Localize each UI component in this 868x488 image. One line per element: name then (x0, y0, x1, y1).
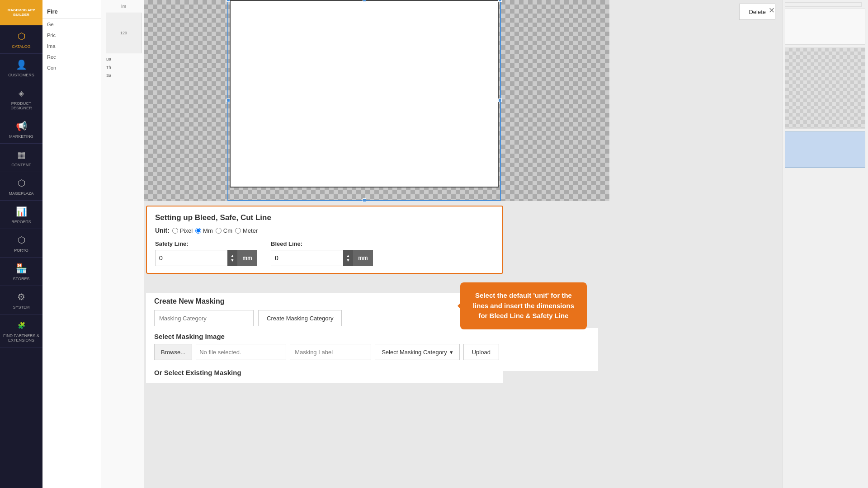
masking-image-title: Select Masking Image (154, 333, 590, 340)
find-partners-icon: 🧩 (15, 319, 28, 332)
left-panel: Fire Ge Pric Ima Rec Con (42, 0, 101, 488)
chevron-down-icon: ▾ (450, 349, 453, 356)
left-section-con[interactable]: Con (42, 62, 101, 73)
settings-panel: Setting up Bleed, Safe, Cut Line Unit: P… (146, 206, 503, 274)
canvas-checker (144, 0, 609, 201)
catalog-icon: ⬡ (15, 30, 28, 42)
tooltip-bubble: Select the default 'unit' for the lines … (460, 282, 587, 329)
create-masking-title: Create New Masking (154, 297, 495, 305)
unit-mm-label[interactable]: Mm (195, 227, 213, 234)
sidebar-item-product-designer[interactable]: ◈ PRODUCT DESIGNER (0, 82, 42, 115)
app-logo: MAGEMOB APP BUILDER (0, 0, 42, 25)
create-masking-button[interactable]: Create Masking Category (258, 310, 342, 326)
sidebar-item-porto[interactable]: ⬡ PORTO (0, 229, 42, 258)
safety-line-input-wrap: ▲▼ mm (155, 250, 257, 266)
sidebar-item-marketing-label: MARKETING (9, 134, 33, 139)
unit-cm-text: Cm (223, 227, 232, 234)
product-designer-icon: ◈ (15, 87, 28, 99)
sidebar-item-catalog[interactable]: ⬡ CATALOG (0, 25, 42, 54)
sidebar-item-content-label: CONTENT (11, 163, 31, 167)
sidebar-item-product-designer-label: PRODUCT DESIGNER (2, 101, 40, 110)
unit-cm-label[interactable]: Cm (216, 227, 232, 234)
right-card-blue (785, 131, 865, 168)
bleed-line-group: Bleed Line: ▲▼ mm (271, 240, 373, 266)
safety-line-unit: mm (237, 250, 257, 266)
sidebar-item-find-partners-label: FIND PARTNERS & EXTENSIONS (2, 333, 40, 343)
panel-ba: Ba (104, 55, 144, 63)
sidebar-item-customers[interactable]: 👤 CUSTOMERS (0, 54, 42, 82)
settings-title: Setting up Bleed, Safe, Cut Line (155, 213, 494, 222)
breadcrumb: Fire (42, 5, 101, 19)
sidebar-item-stores-label: STORES (13, 277, 30, 281)
sidebar-item-customers-label: CUSTOMERS (8, 73, 34, 77)
app-name: MAGEMOB APP BUILDER (0, 8, 42, 18)
unit-pixel-label[interactable]: Pixel (172, 227, 193, 234)
unit-mm-text: Mm (203, 227, 213, 234)
bleed-line-label: Bleed Line: (271, 240, 373, 247)
sidebar-item-stores[interactable]: 🏪 STORES (0, 258, 42, 286)
canvas-right-panel (782, 0, 868, 488)
sidebar-item-content[interactable]: ▦ CONTENT (0, 144, 42, 172)
sidebar-item-find-partners[interactable]: 🧩 FIND PARTNERS & EXTENSIONS (0, 314, 42, 347)
bleed-line-input-wrap: ▲▼ mm (271, 250, 373, 266)
bleed-line-input[interactable] (271, 250, 343, 266)
product-panel: Im 120 Ba Th Sa (101, 0, 146, 488)
masking-label-input[interactable] (290, 344, 371, 360)
content-icon: ▦ (15, 148, 28, 161)
bleed-line-spinner[interactable]: ▲▼ (343, 250, 353, 266)
unit-pixel-radio[interactable] (172, 228, 178, 234)
thumbnail-item[interactable]: 120 (106, 13, 142, 53)
sidebar-item-marketing[interactable]: 📢 MARKETING (0, 115, 42, 144)
unit-meter-label[interactable]: Meter (235, 227, 258, 234)
unit-pixel-text: Pixel (180, 227, 193, 234)
safety-line-label: Safety Line: (155, 240, 257, 247)
browse-button[interactable]: Browse... (154, 344, 192, 360)
unit-row: Unit: Pixel Mm Cm Meter (155, 227, 494, 234)
select-masking-category-button[interactable]: Select Masking Category ▾ (375, 344, 460, 360)
safety-line-spinner[interactable]: ▲▼ (227, 250, 237, 266)
panel-sa: Sa (104, 71, 144, 80)
masking-category-input[interactable] (154, 310, 254, 326)
create-masking-row: Create Masking Category (154, 310, 495, 326)
safety-line-input[interactable] (155, 250, 227, 266)
sidebar-item-reports[interactable]: 📊 REPORTS (0, 201, 42, 229)
mageplaza-icon: ⬡ (15, 177, 28, 189)
thumb-label: 120 (120, 31, 127, 35)
customers-icon: 👤 (15, 58, 28, 71)
handle-bc[interactable] (363, 198, 366, 202)
main-content: Fire Ge Pric Ima Rec Con Im 120 Ba Th Sa (42, 0, 868, 488)
upload-button[interactable]: Upload (463, 344, 499, 360)
sidebar-item-system[interactable]: ⚙ SYSTEM (0, 286, 42, 314)
stores-icon: 🏪 (15, 262, 28, 275)
sidebar-item-catalog-label: CATALOG (12, 44, 31, 49)
product-panel-header: Im (104, 2, 144, 11)
sidebar-item-reports-label: REPORTS (11, 220, 31, 224)
canvas-white-area (230, 0, 499, 188)
no-file-text: No file selected. (196, 344, 286, 360)
marketing-icon: 📢 (15, 120, 28, 132)
unit-meter-text: Meter (243, 227, 258, 234)
close-button[interactable]: × (764, 2, 780, 19)
safety-line-group: Safety Line: ▲▼ mm (155, 240, 257, 266)
unit-meter-radio[interactable] (235, 228, 241, 234)
right-card-checker (785, 47, 865, 129)
handle-tr[interactable] (498, 0, 502, 2)
bleed-line-unit: mm (353, 250, 373, 266)
unit-cm-radio[interactable] (216, 228, 222, 234)
right-card-top (785, 2, 862, 7)
or-select-masking-title: Or Select Existing Masking (154, 369, 495, 376)
lines-row: Safety Line: ▲▼ mm Bleed Line: ▲▼ (155, 240, 494, 266)
handle-mr[interactable] (498, 99, 502, 102)
unit-mm-radio[interactable] (195, 228, 201, 234)
left-section-rec[interactable]: Rec (42, 52, 101, 62)
sidebar-item-mageplaza-label: MAGEPLAZA (9, 191, 33, 196)
sidebar: MAGEMOB APP BUILDER ⬡ CATALOG 👤 CUSTOMER… (0, 0, 42, 488)
left-section-image[interactable]: Ima (42, 41, 101, 52)
left-section-price[interactable]: Pric (42, 30, 101, 41)
sidebar-item-system-label: SYSTEM (13, 305, 29, 310)
sidebar-item-mageplaza[interactable]: ⬡ MAGEPLAZA (0, 172, 42, 201)
sidebar-item-porto-label: PORTO (14, 248, 28, 253)
tooltip-text: Select the default 'unit' for the lines … (473, 291, 574, 319)
left-section-general[interactable]: Ge (42, 19, 101, 30)
panel-th: Th (104, 63, 144, 71)
